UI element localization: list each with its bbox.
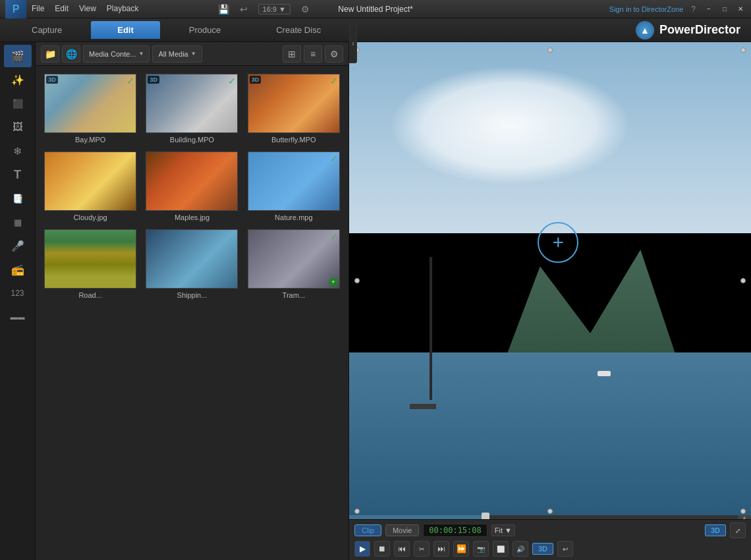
window-controls: Sign in to DirectorZone ? − □ ✕	[609, 4, 746, 14]
next-frame-button[interactable]: ⏭	[433, 541, 449, 557]
tab-capture[interactable]: Capture	[5, 21, 88, 39]
preview-panel: + ▲	[349, 42, 751, 560]
toolbar-pip[interactable]: 🖼	[4, 116, 32, 138]
media-filename: Shippin...	[177, 291, 208, 299]
preview-controls: Clip Movie 00:00:15:08 Fit ▼ 3D ⤢ ▶ ⏹ ⏮ …	[349, 519, 751, 560]
list-view-button[interactable]: ≡	[304, 45, 322, 63]
left-toolbar: 🎬 ✨ ⬛ 🖼 ❄ T 📑 ▦ 🎤 📻 123 ▬▬	[0, 42, 36, 560]
app-brand: ▲ PowerDirector	[636, 21, 740, 40]
maximize-button[interactable]: □	[719, 4, 730, 14]
clip-mode-button[interactable]: Clip	[354, 524, 381, 536]
preview-handle-bc[interactable]	[547, 509, 553, 514]
media-item[interactable]: Shippin...	[142, 227, 241, 302]
tab-edit[interactable]: Edit	[91, 21, 160, 39]
media-thumbnail	[44, 152, 136, 211]
media-check-badge: ✓	[228, 76, 236, 86]
preview-handle-tr[interactable]	[740, 47, 746, 53]
toolbar-subtitle[interactable]: ▦	[4, 211, 32, 233]
preview-handle-bl[interactable]	[354, 509, 360, 514]
snapshot-button[interactable]: 📷	[473, 541, 489, 557]
toolbar-numbers[interactable]: 123	[4, 282, 32, 304]
media-item[interactable]: ✓ Nature.mpg	[244, 149, 343, 224]
preview-handle-mr[interactable]	[740, 278, 746, 283]
menu-bar: File Edit View Playback 💾 ↩ 16:9 ▼ ⚙	[32, 4, 310, 14]
preview-video: + ▲	[349, 42, 751, 519]
tab-create-disc[interactable]: Create Disc	[250, 21, 347, 39]
toolbar-media[interactable]: 🎬	[4, 45, 32, 67]
toolbar-audio[interactable]: 📻	[4, 258, 32, 281]
toolbar-transitions[interactable]: ⬛	[4, 92, 32, 115]
fullscreen-button[interactable]: ⤢	[730, 522, 746, 538]
media-check-badge: ✓	[330, 76, 338, 86]
menu-view[interactable]: View	[79, 4, 96, 14]
media-item[interactable]: Road...	[41, 227, 140, 302]
movie-mode-button[interactable]: Movie	[385, 524, 419, 536]
zoom-select[interactable]: Fit ▼	[491, 524, 515, 536]
playback-controls: ▶ ⏹ ⏮ ✂ ⏭ ⏩ 📷 ⬜ 🔊 3D ↩	[354, 541, 746, 557]
media-thumbnail: 3D ✓	[44, 74, 136, 133]
toolbar-effects[interactable]: ✨	[4, 69, 32, 91]
preview-handle-tc[interactable]	[547, 47, 553, 53]
menu-edit[interactable]: Edit	[55, 4, 69, 14]
content-filter-dropdown[interactable]: Media Conte... ▼	[83, 45, 150, 63]
media-filename: Tram...	[283, 291, 305, 299]
settings-button[interactable]: ⚙	[325, 45, 343, 63]
tab-produce[interactable]: Produce	[163, 21, 247, 39]
media-item[interactable]: 3D ✓ Butterfly.MPO	[244, 71, 343, 146]
toolbar-chapter[interactable]: 📑	[4, 187, 32, 210]
media-grid: 3D ✓ Bay.MPO 3D ✓ Building.MPO 3D ✓ Butt…	[36, 66, 348, 560]
pd-logo-text: PowerDirector	[659, 23, 740, 37]
3d-mode-button[interactable]: 3D	[705, 524, 726, 536]
toolbar-title[interactable]: T	[4, 163, 32, 186]
media-panel: ‹ 📁 🌐 Media Conte... ▼ All Media ▼ ⊞ ≡ ⚙…	[36, 42, 349, 560]
media-item[interactable]: Maples.jpg	[142, 149, 241, 224]
sign-in-link[interactable]: Sign in to DirectorZone	[609, 5, 684, 13]
media-filename: Cloudy.jpg	[74, 213, 107, 221]
toolbar-credits[interactable]: ▬▬	[4, 306, 32, 328]
preview-scene: + ▲	[349, 42, 751, 519]
window-title: New Untitled Project*	[338, 5, 412, 14]
media-check-badge: ✓	[330, 231, 338, 242]
media-check-badge: ✓	[126, 76, 134, 86]
prev-frame-button[interactable]: ⏮	[394, 541, 410, 557]
media-thumbnail: 3D ✓	[248, 74, 340, 133]
thumbnail-view-button[interactable]: ⊞	[283, 45, 301, 63]
media-item[interactable]: 3D ✓ Building.MPO	[142, 71, 241, 146]
undo-button[interactable]: ↩	[557, 541, 573, 557]
preview-handle-br[interactable]	[740, 509, 746, 514]
web-media-button[interactable]: 🌐	[62, 45, 80, 63]
media-filename: Bay.MPO	[75, 136, 105, 144]
media-toolbar: ‹ 📁 🌐 Media Conte... ▼ All Media ▼ ⊞ ≡ ⚙	[36, 42, 348, 66]
volume-button[interactable]: 🔊	[513, 541, 528, 557]
trim-button[interactable]: ✂	[414, 541, 430, 557]
play-button[interactable]: ▶	[354, 541, 370, 557]
media-filename: Butterfly.MPO	[271, 136, 316, 144]
media-thumbnail: 3D ✓	[146, 74, 238, 133]
media-filename: Maples.jpg	[175, 213, 209, 221]
preview-timecode-bar: Clip Movie 00:00:15:08 Fit ▼ 3D ⤢	[354, 522, 746, 538]
menu-playback[interactable]: Playback	[107, 4, 139, 14]
toolbar-voice[interactable]: 🎤	[4, 235, 32, 257]
toolbar-particle[interactable]: ❄	[4, 140, 32, 162]
media-thumbnail	[44, 229, 136, 289]
media-item[interactable]: Cloudy.jpg	[41, 149, 140, 224]
media-item[interactable]: 3D ✓ Bay.MPO	[41, 71, 140, 146]
open-folder-button[interactable]: 📁	[41, 45, 59, 63]
scene-dock-platform	[410, 404, 436, 409]
media-3d-badge: 3D	[250, 76, 262, 84]
stop-button[interactable]: ⏹	[374, 541, 390, 557]
media-thumbnail: ✓ +	[248, 229, 340, 289]
menu-file[interactable]: File	[32, 4, 44, 14]
output-button[interactable]: ⬜	[493, 541, 509, 557]
media-type-dropdown[interactable]: All Media ▼	[152, 45, 202, 63]
media-item[interactable]: ✓ + Tram...	[244, 227, 343, 302]
close-button[interactable]: ✕	[735, 4, 746, 14]
media-check-badge: ✓	[330, 154, 338, 164]
media-3d-badge: 3D	[46, 76, 58, 84]
3d-toggle-button[interactable]: 3D	[532, 543, 553, 555]
fast-forward-button[interactable]: ⏩	[453, 541, 469, 557]
minimize-button[interactable]: −	[704, 4, 714, 14]
scene-clouds	[389, 66, 630, 185]
preview-handle-ml[interactable]	[354, 278, 360, 283]
media-filename: Road...	[78, 291, 101, 299]
